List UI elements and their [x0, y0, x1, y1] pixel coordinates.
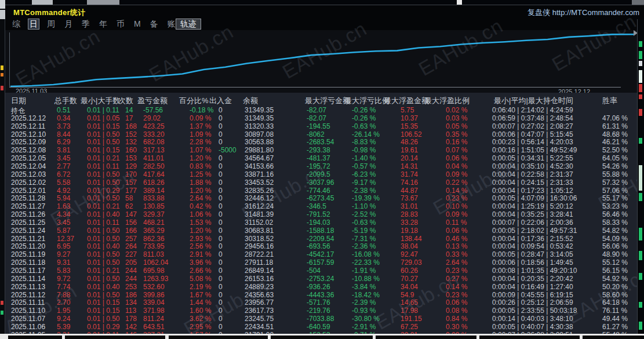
cell-win-rate: 48.68 % [602, 130, 628, 138]
cell-max-float-profit: 138.44 [401, 235, 422, 243]
cell-max-float-profit-pct: 0.03 % [446, 114, 467, 122]
cell-max-float-loss-pct: -1.91 % [352, 267, 376, 275]
cell-max-float-profit-pct: 0.11 % [446, 218, 467, 227]
cell-in-out: 0 [219, 267, 223, 275]
cell-in-out: 0 [219, 235, 223, 243]
cell-date: 2025.11.06 [11, 323, 45, 331]
cell-max-float-profit: 19.18 [401, 227, 418, 235]
bottom-strip-segment [65, 336, 165, 339]
cell-min-max-lots: 0.01 | 0.50 [87, 235, 120, 243]
cell-holding-time: 0:00:04 | 1:25:19 | 5:20:12 [492, 202, 573, 210]
cell-in-out: 0 [219, 210, 223, 218]
cell-total-lots: 2.70 [57, 298, 70, 307]
cell-balance: 27911.18 [245, 258, 273, 267]
cell-win-rate: 61.27 % [602, 323, 628, 331]
menu-item-weekly[interactable]: 周 [45, 19, 57, 30]
cell-percent: 0.09 % [190, 114, 211, 122]
menu-item-currency[interactable]: 币 [115, 19, 126, 30]
cell-holding-time: 0:00:23 | 0:56:14 | 4:20:03 [492, 138, 573, 146]
cell-in-out: 0 [219, 250, 223, 258]
cell-profit: 1263.93 [143, 275, 168, 283]
cell-profit: 733.95 [143, 242, 165, 250]
cell-in-out: 0 [219, 315, 223, 323]
menu-item-summary[interactable]: 综 [10, 19, 22, 30]
cell-win-rate: 46.21 % [602, 138, 628, 146]
cell-max-float-loss: -1588.18 [307, 227, 334, 235]
menu-item-magic[interactable]: M [132, 19, 143, 30]
candle-mark [639, 109, 642, 116]
cell-max-float-profit: 14.65 [401, 298, 418, 307]
cell-date: 2025.12.02 [11, 178, 46, 187]
cell-max-float-profit-pct: 0.84 % [446, 315, 467, 323]
edge-mark [1, 301, 3, 305]
cell-profit: 371.98 [143, 307, 165, 315]
cell-total-lots: 9.24 [57, 315, 70, 323]
cell-holding-time: 0:06:40 | 2:14:02 | 4:24:59 [492, 106, 573, 114]
cell-date: 2025.11.12 [11, 291, 45, 299]
cell-count: 244 [125, 275, 137, 283]
equity-curve [5, 30, 638, 93]
cell-holding-time: 0:00:07 | 0:27:02 | 2:08:27 [492, 122, 573, 130]
edge-mark [1, 86, 3, 90]
cell-holding-time: 0:00:05 | 0:40:07 | 4:30:38 [492, 323, 573, 331]
cell-max-float-profit-pct: 0.08 % [446, 307, 467, 315]
cell-percent: 1.67 % [190, 291, 211, 299]
cell-date: 2025.11.07 [11, 315, 45, 323]
cell-percent: 1.60 % [190, 307, 211, 315]
cell-percent: 2.28 % [190, 138, 211, 146]
cell-holding-time: 0:00:06 | 0:47:07 | 5:15:45 [492, 130, 573, 138]
cell-count: 142 [125, 323, 137, 331]
cell-max-float-loss: -219.76 [307, 307, 330, 315]
cell-max-float-profit-pct: 0.06 % [446, 227, 467, 235]
cell-percent: 2.95 % [190, 323, 211, 331]
cell-holding-time: 0:00:05 | 0:28:47 | 3:14:05 [492, 250, 573, 258]
bottom-strip-segment [583, 336, 644, 339]
cell-max-float-loss: -195.72 [307, 162, 330, 170]
bottom-strip-segment [479, 336, 580, 339]
site-link[interactable]: 复盘侠 http://MTCommander.com [527, 8, 639, 18]
cell-max-float-profit-pct: 0.09 % [446, 210, 467, 218]
cell-max-float-loss-pct: -30.80 % [352, 315, 380, 323]
cell-total-lots: 5.87 [57, 227, 70, 235]
menu-bar-items: 综日周月季年币M备账户 [10, 19, 185, 30]
column-header-percent: 百分比% [179, 96, 209, 106]
screen: MTCommander统计 复盘侠 http://MTCommander.com… [0, 0, 644, 339]
cell-profit: 333.20 [143, 130, 165, 138]
cell-min-max-lots: 0.01 | 0.50 [87, 258, 120, 267]
edge-mark [1, 73, 3, 76]
column-header-min-max-lots: 最小|大手数 [81, 96, 120, 106]
cell-holding-time: 0:00:14 | 0:40:03 | 3:48:10 [492, 315, 573, 323]
cell-max-float-loss: -4443.36 [307, 291, 334, 299]
track-button[interactable]: 轨迹 [176, 19, 201, 30]
cell-count: 152 [125, 130, 137, 138]
cell-max-float-profit: 19.61 [401, 146, 418, 154]
cell-count: 177 [125, 187, 137, 195]
cell-win-rate: 47.06 % [602, 114, 628, 122]
menu-item-quarterly[interactable]: 季 [80, 19, 92, 30]
cell-win-rate: 58.60 % [602, 291, 628, 299]
cell-balance: 28722.21 [245, 250, 274, 258]
menu-item-notes[interactable]: 备 [148, 19, 160, 30]
cell-profit: 532.60 [143, 283, 165, 291]
candle-mark [639, 302, 642, 308]
cell-win-rate: 56.46 % [602, 210, 628, 218]
cell-profit: 130.85 [143, 202, 165, 210]
menu-item-yearly[interactable]: 年 [97, 19, 109, 30]
cell-holding-time: 0:00:06 | 0:18:56 | 1:49:45 [492, 258, 573, 267]
menu-item-daily[interactable]: 日 [28, 19, 39, 30]
cell-total-lots: 5.39 [57, 323, 70, 331]
cell-profit: 833.88 [143, 194, 165, 202]
cell-min-max-lots: 0.01 | 0.15 [87, 298, 120, 307]
cell-win-rate: 55.12 % [602, 258, 628, 267]
column-header-balance: 余额 [243, 96, 258, 106]
cell-profit: 317.13 [143, 146, 165, 154]
cell-win-rate: 56.06 % [602, 242, 628, 250]
cell-in-out: 0 [219, 130, 223, 138]
cell-in-out: 0 [219, 106, 223, 114]
cell-count: 17 [125, 114, 133, 122]
cell-in-out: 0 [219, 218, 223, 227]
cell-total-lots: 2.77 [57, 162, 70, 170]
cell-win-rate: 54.92 % [602, 275, 628, 283]
cell-holding-time: 0:00:04 | 0:24:15 | 2:31:33 [492, 178, 573, 187]
menu-item-monthly[interactable]: 月 [63, 19, 74, 30]
